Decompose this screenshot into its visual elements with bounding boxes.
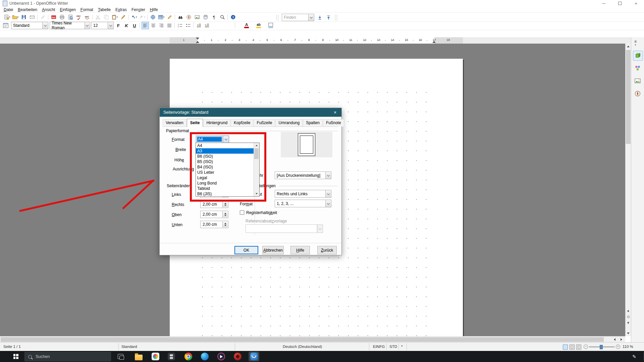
format-option[interactable]: B6 (ISO) (196, 154, 259, 159)
first-line-indent-marker[interactable] (196, 38, 199, 40)
vertical-scrollbar[interactable] (625, 44, 631, 336)
help-icon[interactable] (229, 13, 237, 21)
dialog-close-icon[interactable]: × (329, 108, 341, 117)
restore-button[interactable] (612, 0, 627, 7)
oben-spinfield[interactable]: 2,00 cm (200, 211, 228, 218)
find-next-icon[interactable] (316, 14, 323, 21)
dialog-tab[interactable]: Spalten (303, 119, 323, 126)
edge-icon[interactable] (200, 351, 210, 362)
font-size-combo[interactable]: 12 (91, 22, 114, 29)
underline-button[interactable]: U (131, 22, 138, 29)
status-page-style[interactable]: Standard (121, 345, 137, 349)
format-option[interactable]: Long Bond (196, 180, 259, 186)
status-zoom-level[interactable]: 110 % (623, 345, 633, 349)
font-color-button[interactable]: A (241, 22, 252, 29)
find-input[interactable]: Finden (282, 14, 314, 21)
minimize-button[interactable] (596, 0, 611, 7)
align-center-button[interactable] (150, 22, 157, 29)
task-view-button[interactable] (115, 351, 125, 362)
rechts-spinfield[interactable]: 2,00 cm (200, 201, 228, 208)
page-preview-icon[interactable] (66, 13, 74, 21)
search-input[interactable] (35, 354, 93, 359)
toolbar-grip[interactable] (335, 15, 337, 20)
zoom-slider-thumb[interactable] (600, 345, 603, 349)
format-option[interactable]: B6 (JIS) (196, 191, 259, 197)
sidebar-properties-icon[interactable] (633, 51, 643, 61)
format-option[interactable]: Legal (196, 175, 259, 180)
find-dropdown-button[interactable] (308, 14, 314, 21)
registerhaltigkeit-checkbox[interactable] (240, 210, 244, 215)
redo-icon[interactable] (138, 13, 146, 21)
dialog-titlebar[interactable]: Seitenvorlage: Standard (160, 108, 341, 117)
dialog-tab[interactable]: Fußnote (323, 119, 344, 126)
menu-item[interactable]: Ansicht (40, 7, 57, 12)
app-icon[interactable] (166, 351, 176, 362)
highlight-color-button[interactable]: ab (254, 22, 264, 29)
data-sources-icon[interactable] (201, 13, 210, 21)
sidebar-navigator-icon[interactable] (633, 89, 642, 98)
format-paintbrush-icon[interactable] (119, 13, 127, 21)
increase-indent-button[interactable] (203, 22, 211, 29)
dialog-tab[interactable]: Umrandung (275, 119, 303, 126)
horizontal-scroll-thumb[interactable] (1, 337, 604, 342)
menu-item[interactable]: Extras (113, 7, 129, 12)
touch-keyboard-icon[interactable]: ✎ (630, 351, 639, 362)
multi-page-view-icon[interactable] (570, 345, 575, 350)
bullet-list-button[interactable] (184, 22, 192, 29)
zoom-out-icon[interactable]: − (584, 345, 588, 349)
abbrechen-button[interactable]: Abbrechen (262, 246, 284, 254)
menu-item[interactable]: Fenster (129, 7, 148, 12)
format-option[interactable]: B5 (ISO) (196, 159, 259, 164)
papierzufuhr-combobox[interactable]: [Aus Druckereinstellung] (275, 171, 331, 179)
open-icon[interactable] (11, 13, 19, 21)
save-icon[interactable] (19, 13, 28, 21)
sidebar-gallery-icon[interactable] (633, 76, 642, 86)
table-icon[interactable] (157, 13, 165, 21)
dialog-tab[interactable]: Kopfzeile (231, 119, 253, 126)
openoffice-taskbar-icon[interactable] (248, 351, 260, 362)
cut-icon[interactable] (94, 13, 102, 21)
taskbar-search[interactable] (24, 352, 111, 361)
status-selection-mode[interactable]: STD (389, 345, 397, 349)
dialog-tab[interactable]: Hintergrund (203, 119, 230, 126)
bold-button[interactable]: F (115, 22, 122, 29)
format-option[interactable]: US Letter (196, 170, 259, 175)
format-option[interactable]: Tabloid (196, 186, 259, 191)
format-option[interactable]: A4 (196, 143, 259, 148)
label-registerhaltigkeit[interactable]: Registerhaltigkeit (246, 210, 277, 215)
scroll-right-button[interactable] (619, 337, 624, 342)
dialog-tab[interactable]: Seite (187, 119, 203, 127)
edit-file-icon[interactable] (39, 13, 47, 21)
zoom-icon[interactable] (218, 13, 226, 21)
book-view-icon[interactable] (576, 345, 581, 350)
dialog-tab[interactable]: Verwalten (163, 119, 186, 126)
decrease-indent-button[interactable] (195, 22, 203, 29)
format-combobox-dropdown-button[interactable] (223, 136, 229, 143)
media-player-icon[interactable] (216, 351, 226, 362)
dialog-tab[interactable]: Fußzeile (254, 119, 275, 126)
hilfe-button[interactable]: Hilfe (290, 246, 310, 254)
menu-item[interactable]: Tabelle (96, 7, 113, 12)
spin-buttons[interactable] (222, 201, 228, 207)
chrome-icon[interactable] (183, 351, 193, 362)
italic-button[interactable]: K (123, 22, 130, 29)
undo-icon[interactable] (129, 13, 138, 21)
close-button[interactable]: × (629, 0, 643, 7)
dropdown-scroll-up-icon[interactable] (254, 143, 259, 148)
menu-item[interactable]: Format (78, 7, 96, 12)
vertical-scroll-thumb[interactable] (626, 50, 631, 144)
menu-item[interactable]: Hilfe (148, 7, 160, 12)
copy-icon[interactable] (102, 13, 110, 21)
scroll-down-button[interactable] (626, 330, 631, 336)
scroll-up-button[interactable] (626, 44, 631, 49)
menu-item[interactable]: Bearbeiten (15, 7, 40, 12)
dropdown-scroll-down-icon[interactable] (254, 191, 259, 196)
font-name-combo[interactable]: Times New Roman (50, 22, 90, 29)
status-language[interactable]: Deutsch (Deutschland) (283, 345, 322, 349)
scroll-left-button[interactable] (612, 337, 618, 342)
justify-button[interactable] (166, 22, 173, 29)
zoom-in-icon[interactable]: + (616, 345, 620, 349)
status-insert-mode[interactable]: EINFG (373, 345, 385, 349)
format-combobox[interactable]: A4 (196, 136, 229, 143)
sidebar-styles-icon[interactable] (633, 63, 642, 73)
